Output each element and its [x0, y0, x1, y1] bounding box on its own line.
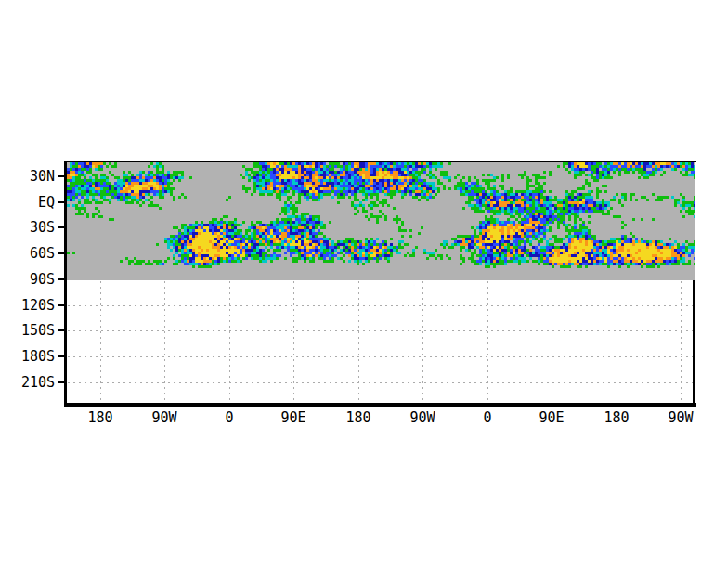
- y-axis-tick-label: EQ: [0, 194, 55, 211]
- y-axis-tick-label: 90S: [0, 271, 55, 288]
- plot-frame-bottom: [64, 403, 696, 407]
- vertical-gridline: [358, 281, 359, 403]
- x-axis-tick-label: 90W: [136, 409, 192, 426]
- y-axis-tick-label: 180S: [0, 348, 55, 365]
- y-axis-tick-label: 30S: [0, 219, 55, 236]
- y-axis-tick-mark: [58, 381, 65, 383]
- plot-frame-right: [693, 279, 696, 403]
- vertical-gridline: [422, 281, 423, 403]
- horizontal-gridline: [68, 356, 693, 357]
- x-axis-tick-label: 90W: [653, 409, 708, 426]
- y-axis-tick-mark: [58, 278, 65, 280]
- x-axis-tick-label: 180: [331, 409, 386, 426]
- vertical-gridline: [100, 281, 101, 403]
- y-axis-tick-label: 150S: [0, 322, 55, 339]
- vertical-gridline: [293, 281, 294, 403]
- shaded-field-canvas: [67, 162, 696, 280]
- x-axis-tick-label: 90E: [524, 409, 579, 426]
- vertical-gridline: [552, 281, 552, 403]
- x-axis-tick-label: 90E: [266, 409, 321, 426]
- x-axis-tick-label: 180: [589, 409, 644, 426]
- x-axis-tick-label: 90W: [395, 409, 450, 426]
- x-axis-tick-label: 180: [72, 409, 128, 426]
- vertical-gridline: [488, 281, 488, 403]
- vertical-gridline: [229, 281, 230, 403]
- vertical-gridline: [681, 281, 682, 403]
- x-axis-tick-label: 0: [460, 409, 515, 426]
- y-axis-tick-mark: [58, 175, 65, 177]
- x-axis-tick-label: 0: [202, 409, 257, 426]
- y-axis-tick-mark: [58, 304, 65, 306]
- vertical-gridline: [164, 281, 165, 403]
- y-axis-tick-mark: [58, 252, 65, 254]
- y-axis-tick-mark: [58, 201, 65, 203]
- horizontal-gridline: [68, 330, 693, 331]
- y-axis-tick-label: 210S: [0, 374, 55, 391]
- y-axis-tick-mark: [58, 329, 65, 331]
- y-axis-tick-label: 60S: [0, 245, 55, 262]
- y-axis-tick-mark: [58, 355, 65, 357]
- vertical-gridline: [617, 281, 618, 403]
- y-axis-tick-mark: [58, 226, 65, 228]
- y-axis-tick-label: 120S: [0, 297, 55, 314]
- figure: 30NEQ30S60S90S120S150S180S210S18090W090E…: [0, 0, 728, 568]
- y-axis-tick-label: 30N: [0, 168, 55, 185]
- horizontal-gridline: [68, 305, 693, 306]
- horizontal-gridline: [68, 382, 693, 383]
